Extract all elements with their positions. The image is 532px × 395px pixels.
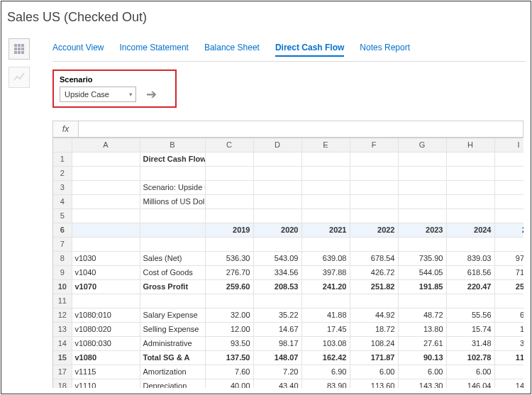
col-header[interactable]: G — [398, 138, 446, 152]
cell[interactable] — [446, 208, 494, 223]
value-cell[interactable]: 536.30 — [205, 251, 253, 265]
account-id[interactable]: v1080:020 — [72, 322, 140, 336]
value-cell[interactable]: 103.08 — [301, 336, 350, 350]
cell[interactable] — [446, 237, 494, 251]
account-label[interactable] — [140, 294, 205, 308]
grid-view-button[interactable] — [9, 38, 30, 60]
account-id[interactable]: v1080:030 — [72, 336, 140, 350]
row-header[interactable]: 13 — [53, 322, 72, 336]
tab-direct-cash-flow[interactable]: Direct Cash Flow — [275, 43, 344, 57]
chart-view-button[interactable] — [9, 67, 30, 88]
cell[interactable] — [140, 223, 205, 237]
year-header[interactable]: 2021 — [301, 223, 350, 237]
row-header[interactable]: 6 — [53, 223, 72, 237]
cell[interactable] — [72, 152, 140, 166]
row-header[interactable]: 14 — [53, 336, 72, 350]
row-header[interactable]: 2 — [53, 166, 72, 180]
cell[interactable] — [72, 208, 140, 223]
cell[interactable] — [205, 194, 253, 208]
account-label[interactable]: Administrative — [140, 336, 205, 350]
cell[interactable] — [350, 152, 398, 166]
value-cell[interactable]: 83.90 — [301, 379, 350, 388]
value-cell[interactable] — [253, 294, 301, 308]
account-label[interactable]: Amortization — [140, 365, 205, 379]
cell[interactable] — [253, 180, 301, 194]
col-header[interactable]: I — [494, 138, 523, 152]
cell[interactable] — [72, 237, 140, 251]
value-cell[interactable]: 241.20 — [301, 279, 350, 294]
col-header[interactable]: H — [446, 138, 494, 152]
value-cell[interactable]: 40.00 — [205, 379, 253, 388]
row-header[interactable]: 5 — [53, 208, 72, 223]
account-label[interactable]: Gross Profit — [140, 279, 205, 294]
account-id[interactable]: v1080 — [72, 350, 140, 365]
value-cell[interactable]: 98.17 — [253, 336, 301, 350]
col-header[interactable]: B — [140, 138, 205, 152]
value-cell[interactable]: 113.60 — [350, 379, 398, 388]
value-cell[interactable]: 41.88 — [301, 308, 350, 322]
value-cell[interactable]: 27.61 — [398, 336, 446, 350]
cell[interactable] — [494, 180, 523, 194]
spreadsheet[interactable]: A B C D E F G H I J 1Direct Cash Flow fo… — [52, 138, 523, 388]
value-cell[interactable]: 6.00 — [494, 365, 523, 379]
value-cell[interactable]: 208.53 — [253, 279, 301, 294]
value-cell[interactable]: 718.85 — [494, 265, 523, 279]
value-cell[interactable]: 426.72 — [350, 265, 398, 279]
row-header[interactable]: 18 — [53, 379, 72, 388]
row-header[interactable]: 11 — [53, 294, 72, 308]
value-cell[interactable]: 7.60 — [205, 365, 253, 379]
value-cell[interactable]: 6.90 — [301, 365, 350, 379]
cell[interactable] — [253, 152, 301, 166]
value-cell[interactable]: 7.20 — [253, 365, 301, 379]
cell[interactable] — [205, 237, 253, 251]
year-header[interactable]: 2024 — [446, 223, 494, 237]
account-label[interactable]: Sales (Net) — [140, 251, 205, 265]
cell[interactable] — [398, 166, 446, 180]
row-header[interactable]: 12 — [53, 308, 72, 322]
value-cell[interactable]: 543.09 — [253, 251, 301, 265]
account-label[interactable]: Total SG & A — [140, 350, 205, 365]
formula-input[interactable] — [79, 121, 523, 137]
units-line[interactable]: Millions of US Dollar — [140, 194, 205, 208]
row-header[interactable]: 17 — [53, 365, 72, 379]
value-cell[interactable]: 44.92 — [350, 308, 398, 322]
value-cell[interactable]: 678.54 — [350, 251, 398, 265]
account-id[interactable]: v1040 — [72, 265, 140, 279]
value-cell[interactable]: 17.22 — [494, 322, 523, 336]
value-cell[interactable]: 143.46 — [494, 379, 523, 388]
value-cell[interactable]: 839.03 — [446, 251, 494, 265]
value-cell[interactable]: 12.00 — [205, 322, 253, 336]
year-header[interactable]: 2019 — [205, 223, 253, 237]
row-header[interactable]: 15 — [53, 350, 72, 365]
year-header[interactable]: 2020 — [253, 223, 301, 237]
value-cell[interactable]: 48.72 — [398, 308, 446, 322]
account-id[interactable]: v1115 — [72, 365, 140, 379]
value-cell[interactable]: 90.13 — [398, 350, 446, 365]
cell[interactable] — [253, 166, 301, 180]
value-cell[interactable]: 13.80 — [398, 322, 446, 336]
value-cell[interactable]: 64.57 — [494, 308, 523, 322]
row-header[interactable]: 4 — [53, 194, 72, 208]
row-header[interactable]: 10 — [53, 279, 72, 294]
row-header[interactable]: 8 — [53, 251, 72, 265]
cell[interactable] — [72, 166, 140, 180]
value-cell[interactable]: 6.00 — [446, 365, 494, 379]
account-id[interactable]: v1110 — [72, 379, 140, 388]
cell[interactable] — [494, 208, 523, 223]
cell[interactable] — [72, 180, 140, 194]
cell[interactable] — [301, 237, 350, 251]
cell[interactable] — [205, 208, 253, 223]
value-cell[interactable]: 102.78 — [446, 350, 494, 365]
tab-income-statement[interactable]: Income Statement — [120, 43, 189, 57]
cell[interactable] — [350, 208, 398, 223]
value-cell[interactable] — [446, 294, 494, 308]
value-cell[interactable]: 35.22 — [253, 308, 301, 322]
value-cell[interactable]: 93.50 — [205, 336, 253, 350]
cell[interactable] — [140, 208, 205, 223]
cell[interactable] — [140, 166, 205, 180]
value-cell[interactable]: 14.67 — [253, 322, 301, 336]
cell[interactable] — [398, 194, 446, 208]
cell[interactable] — [72, 223, 140, 237]
value-cell[interactable]: 251.82 — [350, 279, 398, 294]
row-header[interactable]: 3 — [53, 180, 72, 194]
